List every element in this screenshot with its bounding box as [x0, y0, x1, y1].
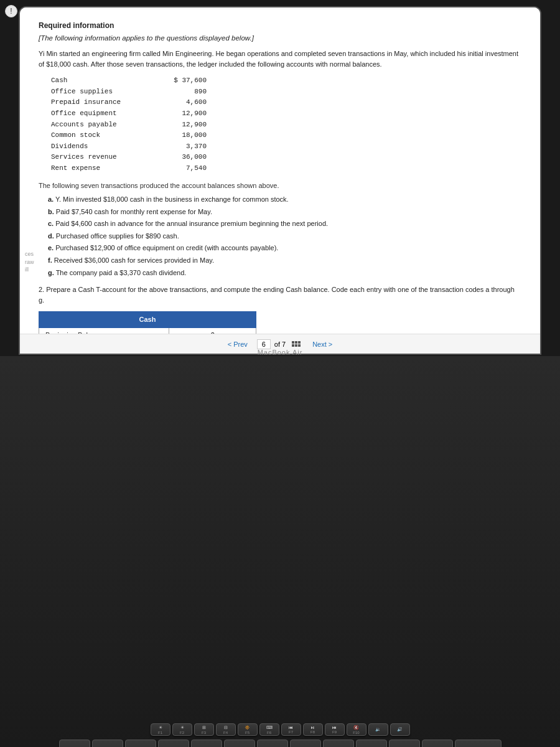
- grid-icon[interactable]: [292, 341, 301, 347]
- account-label-rent: Rent expense: [51, 163, 151, 174]
- account-amount-insurance: 4,600: [163, 97, 207, 108]
- account-label-stock: Common stock: [51, 130, 151, 141]
- key-8[interactable]: * 8: [323, 740, 354, 747]
- key-f12-icon: 🔊: [397, 727, 403, 732]
- key-f9-label: F9: [332, 730, 337, 734]
- account-label-supplies: Office supplies: [51, 87, 151, 98]
- question-2: 2. Prepare a Cash T-account for the abov…: [39, 284, 521, 305]
- accounts-table: Cash $ 37,600 Office supplies 890 Prepai…: [51, 75, 521, 174]
- key-f8-icon: ⏯: [310, 725, 315, 730]
- key-f2-label: F2: [180, 731, 184, 735]
- key-delete[interactable]: delete: [455, 740, 502, 747]
- key-f6-icon: ⌨: [266, 725, 273, 730]
- account-row-payable: Accounts payable 12,900: [51, 120, 521, 131]
- transaction-c: c. Paid $4,600 cash in advance for the a…: [48, 218, 521, 230]
- key-f6-label: F6: [267, 731, 271, 735]
- key-f3[interactable]: ⊞ F3: [194, 723, 214, 736]
- prev-button[interactable]: < Prev: [228, 341, 248, 348]
- description-text: Yi Min started an engineering firm calle…: [39, 49, 521, 69]
- key-f6[interactable]: ⌨ F6: [259, 723, 279, 736]
- side-labels: ces raw ill: [25, 250, 34, 274]
- key-f3-label: F3: [202, 731, 206, 735]
- key-6[interactable]: ^ 6: [257, 740, 288, 747]
- key-f7[interactable]: ⏮ F7: [281, 723, 301, 736]
- account-label-equipment: Office equipment: [51, 108, 151, 120]
- account-row-revenue: Services revenue 36,000: [51, 152, 521, 163]
- key-fn[interactable]: ☀ F1: [151, 723, 170, 736]
- account-amount-rent: 7,540: [163, 163, 207, 174]
- key-f7-label: F7: [289, 730, 293, 734]
- page-number: 6: [257, 339, 271, 349]
- prev-label[interactable]: < Prev: [228, 341, 248, 348]
- transaction-a: a. Y. Min invested $18,000 cash in the b…: [48, 194, 521, 205]
- transaction-c-text: Paid $4,600 cash in advance for the annu…: [55, 220, 328, 227]
- account-row-insurance: Prepaid insurance 4,600: [51, 97, 521, 108]
- key-f9-icon: ⏭: [332, 725, 337, 730]
- next-label[interactable]: Next >: [312, 341, 332, 348]
- key-f10-icon: 🔇: [353, 725, 359, 730]
- transaction-f: f. Received $36,000 cash for services pr…: [48, 255, 521, 266]
- side-label-ces: ces: [25, 250, 34, 258]
- transaction-f-letter: f.: [48, 256, 52, 264]
- key-f12[interactable]: 🔊: [390, 723, 410, 736]
- transaction-d-text: Purchased office supplies for $890 cash.: [56, 232, 179, 240]
- key-f11-icon: 🔉: [375, 727, 381, 732]
- transaction-g-letter: g.: [48, 269, 54, 276]
- key-4[interactable]: $ 4: [191, 740, 222, 747]
- transaction-a-text: Y. Min invested $18,000 cash in the busi…: [55, 195, 289, 203]
- key-2[interactable]: @ 2: [125, 740, 156, 747]
- page-total: of 7: [274, 341, 286, 348]
- account-amount-supplies: 890: [163, 87, 207, 98]
- transaction-e-text: Purchased $12,900 of office equipment on…: [55, 244, 278, 251]
- transaction-g: g. The company paid a $3,370 cash divide…: [48, 268, 521, 279]
- laptop-screen: Required information [The following info…: [19, 6, 541, 355]
- transaction-e: e. Purchased $12,900 of office equipment…: [48, 243, 521, 254]
- account-label-insurance: Prepaid insurance: [51, 97, 151, 108]
- key-f9[interactable]: ⏭ F9: [325, 723, 345, 736]
- key-f4-label: F4: [223, 731, 228, 735]
- transaction-g-text: The company paid a $3,370 cash dividend.: [56, 269, 187, 276]
- key-f1-label: F1: [158, 731, 162, 735]
- key-minus[interactable]: _ -: [422, 740, 453, 747]
- subtitle-italic: [The following information applies to th…: [39, 33, 521, 44]
- account-row-supplies: Office supplies 890: [51, 87, 521, 98]
- transaction-d-letter: d.: [48, 232, 54, 240]
- key-f11[interactable]: 🔉: [368, 723, 388, 736]
- account-row-dividends: Dividends 3,370: [51, 141, 521, 153]
- key-fn-label: ☀: [159, 725, 162, 730]
- account-row-stock: Common stock 18,000: [51, 130, 521, 141]
- key-backtick[interactable]: ~ `: [59, 740, 90, 747]
- key-f10[interactable]: 🔇 F10: [347, 723, 366, 736]
- key-0[interactable]: ) 0: [389, 740, 420, 747]
- key-f5-label: F5: [245, 731, 250, 735]
- laptop-base: ☀ F1 ☀ F2 ⊞ F3 ⊟ F4 🔅 F5 ⌨ F6: [0, 356, 560, 747]
- account-amount-payable: 12,900: [163, 120, 207, 131]
- account-label-dividends: Dividends: [51, 141, 151, 153]
- next-button[interactable]: Next >: [312, 341, 332, 348]
- key-7[interactable]: & 7: [290, 740, 321, 747]
- key-f5-icon: 🔅: [245, 725, 250, 730]
- transaction-c-letter: c.: [48, 220, 54, 227]
- macbook-air-label: MacBook Air: [258, 349, 303, 356]
- account-row-equipment: Office equipment 12,900: [51, 108, 521, 120]
- account-amount-dividends: 3,370: [163, 141, 207, 153]
- key-3[interactable]: # 3: [158, 740, 189, 747]
- account-label-cash: Cash: [51, 75, 151, 87]
- transaction-d: d. Purchased office supplies for $890 ca…: [48, 231, 521, 242]
- account-row-cash: Cash $ 37,600: [51, 75, 521, 87]
- account-amount-cash: $ 37,600: [163, 75, 207, 87]
- key-f8-label: F8: [310, 730, 315, 734]
- key-f4[interactable]: ⊟ F4: [216, 723, 236, 736]
- key-f2[interactable]: ☀ F2: [172, 723, 192, 736]
- key-9[interactable]: ( 9: [356, 740, 387, 747]
- key-f5[interactable]: 🔅 F5: [238, 723, 258, 736]
- transactions-intro: The following seven transactions produce…: [39, 181, 521, 191]
- key-f4-icon: ⊟: [224, 725, 228, 730]
- key-5[interactable]: % 5: [224, 740, 255, 747]
- account-amount-equipment: 12,900: [163, 108, 207, 120]
- key-1[interactable]: ! 1: [92, 740, 123, 747]
- key-f8[interactable]: ⏯ F8: [303, 723, 323, 736]
- account-amount-revenue: 36,000: [163, 152, 207, 163]
- account-label-payable: Accounts payable: [51, 120, 151, 131]
- function-key-row: ☀ F1 ☀ F2 ⊞ F3 ⊟ F4 🔅 F5 ⌨ F6: [25, 723, 535, 736]
